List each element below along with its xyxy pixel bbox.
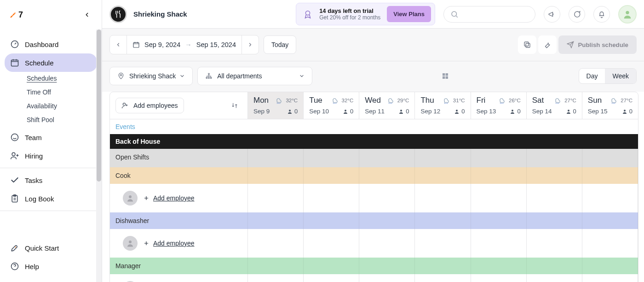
sidebar: ⟋ 7 Dashboard Schedule Schedules	[0, 0, 102, 282]
open-shifts-label[interactable]: Open Shifts	[110, 149, 248, 167]
shift-cell[interactable]	[527, 184, 582, 212]
workspace-name[interactable]: Shrieking Shack	[133, 10, 187, 18]
search-icon	[450, 10, 459, 18]
chevron-right-icon	[247, 42, 253, 47]
shift-cell[interactable]	[304, 229, 359, 258]
day-header-mon[interactable]: Mon 32°C Sep 9 0	[248, 92, 304, 119]
sidebar-scrollbar-track[interactable]	[96, 29, 102, 282]
shift-cell[interactable]	[359, 274, 415, 282]
day-header-wed[interactable]: Wed 29°C Sep 11 0	[359, 92, 415, 119]
shift-cell[interactable]	[582, 184, 638, 212]
add-employee-link[interactable]: Add employee	[143, 194, 195, 202]
sidebar-subitem-timeoff[interactable]: Time Off	[27, 88, 97, 96]
day-date: Sep 15	[588, 108, 608, 115]
shift-cell[interactable]	[248, 229, 304, 258]
person-icon	[454, 109, 460, 114]
sidebar-item-logbook[interactable]: Log Book	[5, 189, 97, 208]
role-band-mgr[interactable]: Manager	[110, 258, 638, 274]
section-band-back-of-house[interactable]: Back of House	[110, 134, 638, 149]
sidebar-scrollbar-thumb[interactable]	[97, 29, 101, 182]
events-link[interactable]: Events	[115, 123, 135, 130]
shift-cell[interactable]	[304, 274, 359, 282]
date-next-button[interactable]	[242, 35, 259, 54]
employee-avatar-placeholder	[123, 191, 138, 206]
shift-cell[interactable]	[248, 274, 304, 282]
shift-cell[interactable]	[527, 229, 582, 258]
sidebar-item-label: Help	[25, 263, 39, 270]
schedule-filters: Shrieking Shack All departments Day Week	[102, 61, 644, 92]
role-band-dish[interactable]: Dishwasher	[110, 212, 638, 229]
chevron-down-icon	[299, 73, 305, 79]
user-plus-icon	[10, 151, 19, 160]
rain-icon	[610, 97, 618, 104]
view-toggle-week[interactable]: Week	[605, 69, 636, 83]
shift-cell[interactable]	[359, 184, 415, 212]
add-employee-link[interactable]: Add employee	[143, 240, 195, 247]
announcements-button[interactable]	[544, 6, 560, 23]
add-employees-button[interactable]: Add employees	[115, 98, 184, 113]
day-staff-count: 0	[629, 108, 632, 115]
messages-button[interactable]	[569, 6, 585, 23]
location-dropdown[interactable]: Shrieking Shack	[109, 67, 193, 85]
search-input[interactable]	[443, 6, 535, 23]
shift-cell[interactable]	[248, 184, 304, 212]
svg-point-23	[123, 103, 125, 106]
sidebar-collapse-button[interactable]	[80, 8, 93, 21]
shift-cell[interactable]	[471, 274, 527, 282]
workspace-logo[interactable]	[109, 6, 127, 23]
tools-button[interactable]	[538, 35, 557, 54]
today-button[interactable]: Today	[264, 35, 296, 54]
app-logo[interactable]: ⟋ 7	[8, 10, 23, 20]
shift-cell[interactable]	[527, 274, 582, 282]
layout-grid-button[interactable]	[437, 68, 454, 84]
sidebar-item-schedule[interactable]: Schedule	[5, 53, 97, 72]
add-employees-label: Add employees	[133, 102, 178, 109]
sidebar-item-tasks[interactable]: Tasks	[5, 171, 97, 189]
role-band-cook[interactable]: Cook	[110, 167, 638, 184]
svg-point-25	[345, 110, 346, 112]
shift-cell[interactable]	[471, 184, 527, 212]
svg-point-28	[512, 110, 513, 112]
svg-point-17	[208, 77, 210, 79]
shift-cell[interactable]	[415, 274, 471, 282]
shift-cell[interactable]	[582, 229, 638, 258]
chevron-down-icon	[179, 73, 185, 79]
view-toggle-day[interactable]: Day	[579, 69, 605, 83]
notifications-button[interactable]	[593, 6, 610, 23]
date-prev-button[interactable]	[110, 35, 127, 54]
sort-button[interactable]	[231, 102, 242, 109]
shift-cell[interactable]	[415, 229, 471, 258]
view-plans-button[interactable]: View Plans	[387, 6, 431, 22]
employee-avatar-placeholder	[123, 236, 138, 251]
user-avatar[interactable]	[618, 5, 637, 24]
svg-rect-11	[133, 42, 139, 47]
sidebar-item-team[interactable]: Team	[5, 128, 97, 147]
day-header-tue[interactable]: Tue 32°C Sep 10 0	[304, 92, 359, 119]
date-range-picker[interactable]: Sep 9, 2024 → Sep 15, 2024	[127, 35, 242, 54]
day-header-fri[interactable]: Fri 26°C Sep 13 0	[471, 92, 527, 119]
date-end: Sep 15, 2024	[196, 41, 236, 48]
shift-cell[interactable]	[304, 184, 359, 212]
shift-cell[interactable]	[471, 229, 527, 258]
shift-cell[interactable]	[415, 184, 471, 212]
rain-icon	[442, 97, 450, 104]
day-header-thu[interactable]: Thu 31°C Sep 12 0	[415, 92, 471, 119]
day-name: Sat	[532, 96, 544, 105]
departments-dropdown[interactable]: All departments	[197, 67, 312, 85]
sidebar-subitem-schedules[interactable]: Schedules	[27, 75, 97, 82]
sidebar-item-hiring[interactable]: Hiring	[5, 147, 97, 165]
day-header-sun[interactable]: Sun 27°C Sep 15 0	[582, 92, 638, 119]
day-header-sat[interactable]: Sat 27°C Sep 14 0	[527, 92, 582, 119]
shift-cell[interactable]	[582, 274, 638, 282]
svg-rect-1	[12, 60, 18, 66]
sidebar-item-dashboard[interactable]: Dashboard	[5, 35, 97, 53]
sidebar-item-help[interactable]: Help	[5, 257, 97, 276]
svg-point-24	[289, 110, 291, 112]
publish-schedule-button[interactable]: Publish schedule	[558, 35, 637, 54]
shift-cell[interactable]	[359, 229, 415, 258]
day-temp: 32°C	[286, 98, 298, 103]
sidebar-subitem-availability[interactable]: Availability	[27, 102, 97, 110]
sidebar-subitem-shiftpool[interactable]: Shift Pool	[27, 116, 97, 123]
sidebar-item-quickstart[interactable]: Quick Start	[5, 239, 97, 257]
copy-schedule-button[interactable]	[518, 35, 536, 54]
